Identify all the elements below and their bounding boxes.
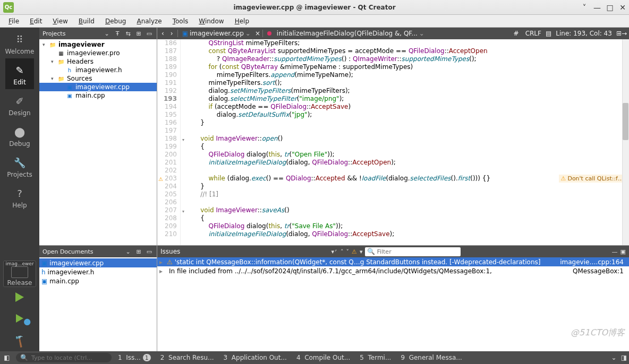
tree-item[interactable]: ▣imageviewer.cpp (39, 83, 157, 91)
menu-edit[interactable]: Edit (26, 16, 46, 27)
tree-item[interactable]: ▾📁imageviewer (39, 40, 157, 49)
close-pane-icon[interactable]: ▭ (145, 29, 154, 38)
issue-row[interactable]: ▸In file included from ../../../sof/sof2… (157, 266, 629, 275)
warning-filter-icon[interactable]: ⚠ (352, 248, 357, 255)
window-title: imageviewer.cpp @ imageviewer - Qt Creat… (233, 4, 395, 11)
revision-label[interactable]: # (512, 30, 521, 37)
mode-projects[interactable]: 🔧Projects (5, 151, 35, 181)
bug-icon: ⬤ (24, 318, 31, 325)
output-tab-5[interactable]: 5 Termi... (358, 354, 393, 361)
design-icon: ✐ (13, 94, 27, 108)
mode-help[interactable]: ?Help (5, 181, 35, 212)
close-file-icon[interactable]: × (255, 30, 260, 37)
tree-item[interactable]: ▣main.cpp (39, 91, 157, 100)
symbol-selector[interactable]: initializeImageFileDialog(QFileDialog &,… (265, 30, 427, 37)
output-tab-4[interactable]: 4 Compile Out... (294, 354, 352, 361)
issues-header: Issues ▾⎖ ˄ ˅ ⚠▾ 🔍 — ▣ (157, 246, 629, 257)
kit-selector[interactable]: imag...ewer Release (3, 261, 36, 287)
mode-welcome[interactable]: ⠿Welcome (5, 28, 35, 58)
output-tab-9[interactable]: 9 General Messa... (398, 354, 464, 361)
pane-title: Issues (160, 248, 180, 255)
minimize-pane-icon[interactable]: — (612, 248, 618, 255)
dropdown-icon[interactable]: ⌄ (103, 29, 111, 38)
filter-icon[interactable]: Ŧ (113, 29, 122, 38)
output-dropdown-icon[interactable]: ⌄ (611, 354, 617, 361)
funnel-icon[interactable]: ▾⎖ (331, 248, 338, 255)
dropdown-icon[interactable]: ⌄ (124, 247, 132, 256)
search-icon: 🔍 (367, 248, 375, 255)
issue-row[interactable]: ▸⚠'static int QMessageBox::information(Q… (157, 257, 629, 266)
open-doc-item[interactable]: ▣imageviewer.cpp (39, 258, 157, 267)
menu-help[interactable]: Help (231, 16, 253, 27)
menu-tools[interactable]: Tools (168, 16, 193, 27)
add-split-icon[interactable]: ⊞ (134, 29, 143, 38)
menu-view[interactable]: View (48, 16, 72, 27)
file-encoding-icon[interactable]: ▤ (546, 30, 551, 37)
close-icon[interactable]: ✕ (616, 2, 629, 13)
issues-list[interactable]: ▸⚠'static int QMessageBox::information(Q… (157, 257, 629, 275)
mode-design[interactable]: ✐Design (5, 89, 35, 120)
close-pane-icon[interactable]: ▭ (145, 247, 154, 256)
pane-title: Open Documents (42, 248, 122, 255)
tree-item[interactable]: ▦imageviewer.pro (39, 49, 157, 57)
output-tab-2[interactable]: 2 Search Resu... (158, 354, 216, 361)
locator[interactable]: 🔍 (16, 353, 112, 362)
project-tree[interactable]: ▾📁imageviewer▦imageviewer.pro▾📁Headershi… (39, 39, 157, 245)
file-selector[interactable]: ▣imageviewer.cpp ⌄ (180, 30, 253, 37)
down-icon[interactable]: ˅ (346, 248, 350, 255)
open-documents-list[interactable]: ▣imageviewer.cpphimageviewer.h▣main.cpp (39, 257, 157, 351)
open-doc-item[interactable]: himageviewer.h (39, 267, 157, 276)
sidebar-toggle-icon[interactable]: ◧ (2, 354, 12, 361)
up-icon[interactable]: ˄ (341, 248, 344, 255)
filter-input[interactable] (377, 248, 458, 255)
split-right-icon[interactable]: ⊞→ (616, 30, 627, 37)
tree-item[interactable]: ▾📁Sources (39, 74, 157, 83)
warn-dropdown-icon[interactable]: ▾ (360, 248, 363, 255)
menu-debug[interactable]: Debug (101, 16, 130, 27)
minimize-icon[interactable]: ˅ (578, 2, 591, 13)
play-icon (16, 314, 23, 323)
mode-edit[interactable]: ✎Edit (5, 58, 35, 89)
right-sidebar-toggle-icon[interactable]: ◨ (621, 354, 627, 361)
play-icon (15, 292, 24, 302)
maximize-pane-icon[interactable]: ▣ (620, 248, 626, 255)
menu-file[interactable]: File (4, 16, 23, 27)
maximize-icon[interactable]: □ (604, 2, 616, 13)
output-tab-1[interactable]: 1 Iss... 1 (116, 354, 153, 361)
window-controls: ˅ — □ ✕ (578, 2, 629, 13)
run-button[interactable] (0, 287, 39, 309)
mode-debug[interactable]: ⬤Debug (5, 120, 35, 151)
menu-window[interactable]: Window (194, 16, 228, 27)
projects-pane: Projects ⌄ Ŧ ⇆ ⊞ ▭ ▾📁imageviewer▦imagevi… (39, 28, 157, 245)
code-editor[interactable]: 186187188189190191192193194195196197198▾… (157, 39, 629, 245)
scrollbar[interactable] (622, 39, 629, 245)
restore-icon[interactable]: — (591, 2, 604, 13)
build-button[interactable]: 🔨 (0, 330, 39, 351)
open-doc-item[interactable]: ▣main.cpp (39, 276, 157, 285)
mode-sidebar: ⠿Welcome✎Edit✐Design⬤Debug🔧Projects?Help… (0, 28, 39, 351)
pane-title: Projects (42, 30, 100, 37)
open-documents-pane: Open Documents ⌄ ⊞ ▭ ▣imageviewer.cpphim… (39, 246, 157, 351)
pro-icon: ▦ (57, 49, 65, 57)
tree-item[interactable]: ▾📁Headers (39, 57, 157, 66)
statusbar: ◧ 🔍 1 Iss... 12 Search Resu...3 Applicat… (0, 351, 629, 364)
monitor-icon (11, 266, 28, 278)
tree-item[interactable]: himageviewer.h (39, 66, 157, 74)
cursor-pos[interactable]: Line: 193, Col: 43 (554, 30, 614, 37)
output-tab-3[interactable]: 3 Application Out... (222, 354, 289, 361)
nav-fwd-button[interactable]: › (168, 30, 175, 37)
opendocs-header: Open Documents ⌄ ⊞ ▭ (39, 246, 157, 257)
locator-input[interactable] (31, 354, 108, 361)
run-debug-button[interactable]: ⬤ (0, 309, 39, 330)
projects-icon: 🔧 (13, 155, 27, 169)
line-ending-selector[interactable]: CRLF (523, 30, 543, 37)
menu-build[interactable]: Build (74, 16, 99, 27)
issues-pane: Issues ▾⎖ ˄ ˅ ⚠▾ 🔍 — ▣ ▸⚠'static int QMe… (157, 246, 629, 351)
add-split-icon[interactable]: ⊞ (134, 247, 143, 256)
menu-analyze[interactable]: Analyze (132, 16, 166, 27)
kit-build-label: Release (7, 279, 32, 287)
h-icon: h (66, 66, 73, 74)
watermark-text: @51CTO博客 (571, 327, 625, 339)
link-icon[interactable]: ⇆ (124, 29, 132, 38)
nav-back-button[interactable]: ‹ (159, 30, 166, 37)
